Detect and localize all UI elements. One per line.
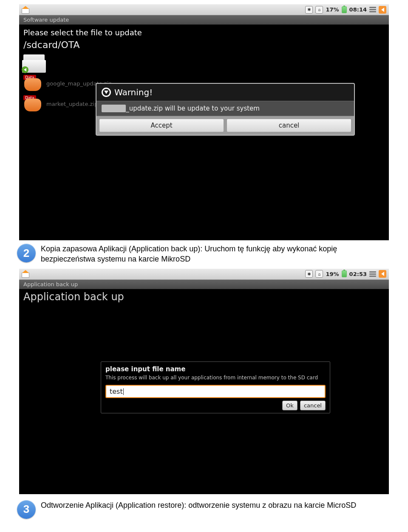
home-icon[interactable] — [22, 271, 28, 277]
battery-icon — [342, 270, 347, 277]
back-icon[interactable] — [379, 6, 386, 14]
screen-subtitle: Application back up — [19, 280, 389, 289]
input-value: test — [110, 387, 123, 395]
dialog-label: please input file name — [105, 365, 326, 373]
home-icon[interactable] — [22, 7, 28, 13]
wifi-icon: ⩍ — [315, 6, 323, 14]
warning-dialog: Warning! market_update.zip will be updat… — [96, 83, 355, 136]
file-name: market_update.zip — [46, 101, 98, 107]
warning-icon — [102, 88, 111, 97]
back-icon[interactable] — [379, 270, 386, 278]
step-2-text: Kopia zapasowa Aplikacji (Application ba… — [41, 244, 364, 265]
current-path: /sdcard/OTA — [23, 40, 385, 50]
folder-up-icon[interactable] — [23, 54, 45, 71]
battery-icon — [342, 6, 347, 13]
page-heading: Application back up — [19, 289, 389, 306]
menu-icon[interactable] — [369, 271, 376, 277]
battery-percent: 17% — [326, 6, 339, 13]
dialog-description: This process will back up all your appli… — [105, 375, 326, 381]
screenshot-software-update: ✱ ⩍ 17% 08:14 Software update Please sel… — [19, 4, 389, 240]
ok-button[interactable]: Ok — [282, 401, 298, 410]
status-bar: ✱ ⩍ 19% 02:53 — [19, 269, 389, 280]
step-number-3: 3 — [17, 500, 36, 519]
screen-subtitle: Software update — [19, 15, 389, 25]
bluetooth-icon: ✱ — [305, 6, 313, 14]
wifi-icon: ⩍ — [315, 270, 323, 278]
dialog-msg-suffix: _update.zip will be update to your syste… — [126, 105, 260, 112]
step-3-text: Odtworzenie Aplikacji (Application resto… — [41, 500, 356, 510]
cancel-button[interactable]: cancel — [227, 119, 351, 132]
prompt-text: Please select the file to update — [23, 28, 385, 37]
apk-icon: Data — [23, 75, 42, 92]
status-bar: ✱ ⩍ 17% 08:14 — [19, 4, 389, 15]
filename-dialog: please input file name This process will… — [101, 361, 330, 413]
apk-icon: Data — [23, 95, 42, 112]
dialog-message: market_update.zip will be update to your… — [96, 101, 354, 116]
bluetooth-icon: ✱ — [305, 270, 313, 278]
clock-time: 02:53 — [349, 271, 367, 277]
battery-percent: 19% — [326, 271, 339, 277]
step-number-2: 2 — [17, 244, 36, 262]
menu-icon[interactable] — [369, 7, 376, 12]
accept-button[interactable]: Accept — [99, 119, 224, 132]
up-arrow-icon — [22, 66, 28, 73]
screenshot-application-backup: ✱ ⩍ 19% 02:53 Application back up Applic… — [19, 269, 389, 494]
filename-input[interactable]: test — [105, 385, 326, 398]
clock-time: 08:14 — [349, 6, 367, 13]
dialog-msg-prefix: market — [102, 105, 126, 112]
cancel-button[interactable]: cancel — [300, 401, 326, 410]
dialog-title: Warning! — [114, 87, 153, 97]
